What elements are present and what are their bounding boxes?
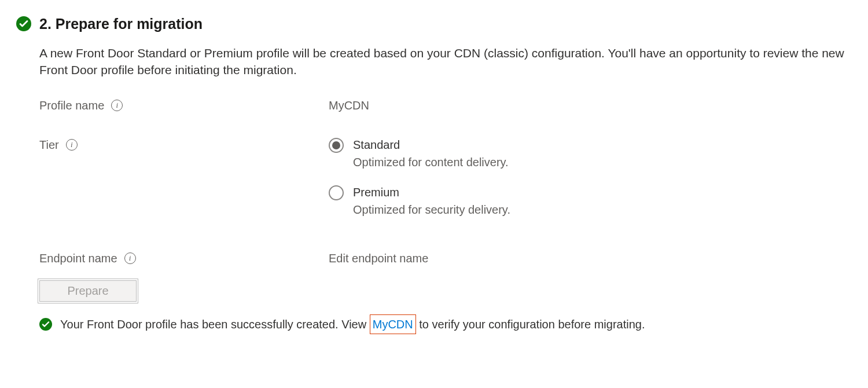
profile-name-row: Profile name i MyCDN	[39, 97, 852, 114]
check-icon	[16, 16, 31, 31]
section-description: A new Front Door Standard or Premium pro…	[39, 45, 849, 79]
tier-option-premium[interactable]: Premium Optimized for security delivery.	[329, 184, 852, 218]
info-icon[interactable]: i	[111, 100, 123, 111]
radio-button[interactable]	[329, 185, 344, 200]
profile-name-value: MyCDN	[329, 99, 369, 112]
prepare-button[interactable]: Prepare	[39, 280, 137, 302]
status-message: Your Front Door profile has been success…	[60, 314, 645, 334]
radio-subtitle: Optimized for content delivery.	[353, 154, 509, 170]
endpoint-name-row: Endpoint name i Edit endpoint name	[39, 250, 852, 266]
radio-subtitle: Optimized for security delivery.	[353, 202, 510, 218]
profile-name-label: Profile name	[39, 97, 104, 114]
endpoint-name-label: Endpoint name	[39, 250, 117, 266]
section-title: 2. Prepare for migration	[39, 14, 203, 34]
radio-title: Standard	[353, 137, 509, 153]
status-prefix: Your Front Door profile has been success…	[60, 318, 370, 331]
tier-row: Tier i Standard Optimized for content de…	[39, 137, 852, 218]
radio-title: Premium	[353, 184, 510, 200]
tier-radio-group: Standard Optimized for content delivery.…	[329, 137, 852, 218]
tier-label: Tier	[39, 137, 59, 153]
endpoint-name-value[interactable]: Edit endpoint name	[329, 252, 428, 265]
info-icon[interactable]: i	[66, 139, 78, 151]
migration-form: Profile name i MyCDN Tier i Standard Opt…	[39, 97, 852, 266]
tier-option-standard[interactable]: Standard Optimized for content delivery.	[329, 137, 852, 170]
radio-button[interactable]	[329, 138, 344, 153]
status-suffix: to verify your configuration before migr…	[416, 318, 645, 331]
info-icon[interactable]: i	[124, 252, 136, 264]
check-icon	[39, 318, 52, 331]
status-link-highlight: MyCDN	[370, 314, 416, 334]
profile-link[interactable]: MyCDN	[373, 318, 413, 331]
section-header: 2. Prepare for migration	[16, 14, 852, 34]
status-row: Your Front Door profile has been success…	[39, 314, 852, 334]
